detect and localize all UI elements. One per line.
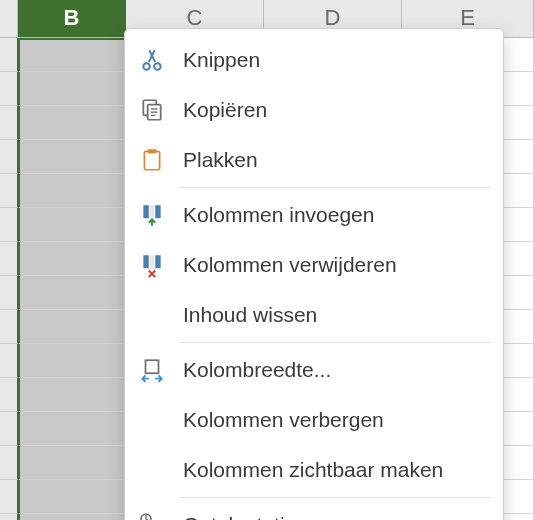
menu-label: Plakken bbox=[183, 148, 258, 172]
menu-label: Kolommen zichtbaar maken bbox=[183, 458, 443, 482]
row-header[interactable] bbox=[0, 242, 18, 276]
menu-copy[interactable]: Kopiëren bbox=[125, 85, 503, 135]
row-header[interactable] bbox=[0, 276, 18, 310]
delete-columns-icon bbox=[135, 248, 169, 282]
cell[interactable] bbox=[18, 106, 126, 140]
cell[interactable] bbox=[18, 72, 126, 106]
row-header[interactable] bbox=[0, 412, 18, 446]
row-header[interactable] bbox=[0, 208, 18, 242]
copy-icon bbox=[135, 93, 169, 127]
menu-label: Getalnotatie bbox=[183, 513, 296, 520]
number-format-icon: 123 bbox=[135, 508, 169, 520]
menu-label: Kolombreedte... bbox=[183, 358, 331, 382]
svg-rect-15 bbox=[146, 360, 159, 373]
row-header[interactable] bbox=[0, 446, 18, 480]
clear-icon bbox=[135, 298, 169, 332]
menu-clear-contents[interactable]: Inhoud wissen bbox=[125, 290, 503, 340]
column-context-menu: Knippen Kopiëren Plakken Kolommen invoeg… bbox=[124, 28, 504, 520]
column-width-icon bbox=[135, 353, 169, 387]
menu-separator bbox=[179, 497, 491, 498]
menu-delete-columns[interactable]: Kolommen verwijderen bbox=[125, 240, 503, 290]
cell[interactable] bbox=[18, 480, 126, 514]
menu-column-width[interactable]: Kolombreedte... bbox=[125, 345, 503, 395]
cell[interactable] bbox=[18, 208, 126, 242]
svg-rect-9 bbox=[143, 205, 148, 218]
menu-cut[interactable]: Knippen bbox=[125, 35, 503, 85]
cell[interactable] bbox=[18, 344, 126, 378]
cell[interactable] bbox=[18, 514, 126, 520]
row-header[interactable] bbox=[0, 378, 18, 412]
svg-rect-14 bbox=[150, 255, 154, 268]
svg-rect-10 bbox=[155, 205, 160, 218]
menu-paste[interactable]: Plakken bbox=[125, 135, 503, 185]
menu-label: Kopiëren bbox=[183, 98, 267, 122]
svg-rect-12 bbox=[143, 255, 148, 268]
cell[interactable] bbox=[18, 412, 126, 446]
menu-label: Kolommen invoegen bbox=[183, 203, 374, 227]
row-header[interactable] bbox=[0, 310, 18, 344]
row-header[interactable] bbox=[0, 72, 18, 106]
row-header[interactable] bbox=[0, 38, 18, 72]
svg-rect-8 bbox=[148, 149, 157, 153]
menu-separator bbox=[179, 187, 491, 188]
corner-spacer bbox=[0, 0, 18, 37]
hide-icon bbox=[135, 403, 169, 437]
menu-number-format[interactable]: 123 Getalnotatie bbox=[125, 500, 503, 520]
svg-rect-13 bbox=[155, 255, 160, 268]
row-header[interactable] bbox=[0, 106, 18, 140]
cell[interactable] bbox=[18, 38, 126, 72]
row-header[interactable] bbox=[0, 514, 18, 520]
insert-columns-icon bbox=[135, 198, 169, 232]
cell[interactable] bbox=[18, 276, 126, 310]
paste-icon bbox=[135, 143, 169, 177]
svg-rect-11 bbox=[150, 205, 154, 218]
menu-hide-columns[interactable]: Kolommen verbergen bbox=[125, 395, 503, 445]
svg-point-0 bbox=[143, 63, 150, 70]
row-header[interactable] bbox=[0, 344, 18, 378]
menu-separator bbox=[179, 342, 491, 343]
cell[interactable] bbox=[18, 242, 126, 276]
menu-label: Inhoud wissen bbox=[183, 303, 317, 327]
row-header[interactable] bbox=[0, 174, 18, 208]
cut-icon bbox=[135, 43, 169, 77]
menu-insert-columns[interactable]: Kolommen invoegen bbox=[125, 190, 503, 240]
cell[interactable] bbox=[18, 310, 126, 344]
column-header-b[interactable]: B bbox=[18, 0, 126, 37]
menu-label: Kolommen verbergen bbox=[183, 408, 384, 432]
unhide-icon bbox=[135, 453, 169, 487]
cell[interactable] bbox=[18, 174, 126, 208]
cell[interactable] bbox=[18, 378, 126, 412]
svg-point-1 bbox=[154, 63, 161, 70]
row-header[interactable] bbox=[0, 140, 18, 174]
menu-unhide-columns[interactable]: Kolommen zichtbaar maken bbox=[125, 445, 503, 495]
cell[interactable] bbox=[18, 446, 126, 480]
row-header[interactable] bbox=[0, 480, 18, 514]
menu-label: Kolommen verwijderen bbox=[183, 253, 397, 277]
cell[interactable] bbox=[18, 140, 126, 174]
menu-label: Knippen bbox=[183, 48, 260, 72]
svg-rect-7 bbox=[144, 151, 159, 169]
